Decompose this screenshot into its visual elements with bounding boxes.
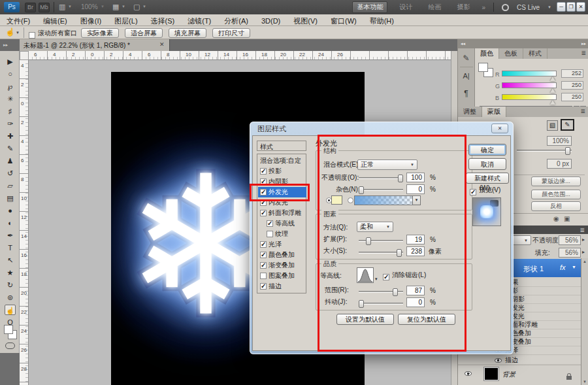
style-checkbox-等高线[interactable] [267,220,273,227]
slider-thumb[interactable] [359,186,364,194]
style-checkbox-内阴影[interactable] [260,178,267,185]
tab-样式[interactable]: 样式 [523,48,547,59]
collapse-icon[interactable]: ◂◂ [461,39,465,48]
options-button-打印尺寸[interactable]: 打印尺寸 [212,28,250,38]
style-checkbox-图案叠加[interactable] [260,273,267,279]
style-item-内阴影[interactable]: 内阴影 [258,176,306,187]
glow-gradient-swatch[interactable]: ▼ [354,195,421,205]
slider-thumb[interactable] [565,147,570,155]
slider-thumb[interactable] [359,300,364,308]
style-checkbox-颜色叠加[interactable] [260,252,267,258]
gradient-tool[interactable]: ▤ [5,193,16,203]
contour-arrow-icon[interactable]: ▾ [375,276,378,282]
expand-icon[interactable]: ▸▸ [581,39,586,48]
antialias-checkbox[interactable] [383,274,389,280]
move-tool[interactable]: ▶ [5,56,16,67]
invert-button[interactable]: 反相 [531,201,581,211]
slider-thumb[interactable] [550,74,555,81]
style-item-投影[interactable]: 投影 [258,166,306,176]
vector-mask-icon[interactable]: ✎ [561,119,574,131]
layer-thumbnail[interactable] [484,367,498,380]
style-checkbox-外发光[interactable] [260,189,267,195]
tab-颜色[interactable]: 颜色 [475,48,499,59]
delete-mask-icon[interactable]: ▣ [564,215,570,222]
style-item-blending-options[interactable]: 混合选项:自定 [258,156,306,166]
layer-name[interactable]: 形状 1 [523,264,544,274]
brush-tool[interactable]: ✎ [5,143,16,154]
eraser-tool[interactable]: ▱ [5,180,16,191]
screen-mode-icon[interactable]: ▢ [133,3,140,11]
view-extras-icon[interactable]: ▥ [59,3,65,11]
scroll-down-icon[interactable]: ▼ [583,380,587,384]
workspace-摄影[interactable]: 摄影 [453,2,474,12]
close-button[interactable]: ✕ [576,2,585,12]
blur-tool[interactable]: ● [5,205,16,216]
style-item-纹理[interactable]: 纹理 [258,229,306,239]
size-slider[interactable] [359,252,403,254]
zoom-level[interactable]: 100% [81,3,98,10]
menu-滤镜(T)[interactable]: 滤镜(T) [181,16,218,27]
style-item-颜色叠加[interactable]: 颜色叠加 [258,250,306,260]
path-selection-tool[interactable]: ↖ [5,255,16,265]
menu-图像(I)[interactable]: 图像(I) [74,16,108,27]
horizontal-ruler[interactable]: 64202468101214161820222426 [29,51,451,60]
workspace-基本功能[interactable]: 基本功能 [352,1,387,13]
foreground-color-swatch[interactable] [4,325,13,334]
blend-mode-select[interactable]: 正常 ▼ [357,159,417,170]
style-item-等高线[interactable]: 等高线 [258,218,306,229]
contour-thumbnail[interactable] [357,267,374,283]
minimize-button[interactable]: ─ [557,2,566,12]
opacity-slider[interactable] [359,177,403,179]
quick-mask-icon[interactable] [5,343,15,349]
menu-窗口(W)[interactable]: 窗口(W) [324,16,363,27]
style-checkbox-斜面和浮雕[interactable] [260,210,267,216]
document-tab[interactable]: 未标题-1 @ 22.2% (形状 1, RGB/8) * ✕ [20,39,170,51]
options-button-实际像素[interactable]: 实际像素 [81,28,119,38]
foreground-color-swatch[interactable] [478,63,488,72]
history-brush-tool[interactable]: ↺ [5,168,16,178]
jitter-value[interactable]: 0 [406,297,425,307]
menu-文件(F)[interactable]: 文件(F) [0,16,37,27]
style-checkbox-光泽[interactable] [260,241,267,248]
healing-brush-tool[interactable]: ✚ [5,131,16,141]
crop-tool[interactable]: ♯ [5,106,16,116]
spread-slider[interactable] [359,240,403,242]
mask-feather-value[interactable]: 0 px [547,159,572,169]
scroll-up-icon[interactable]: ▲ [583,259,587,263]
style-checkbox-内发光[interactable] [260,199,267,206]
hand-tool[interactable]: ☝ [5,305,16,315]
character-panel-icon[interactable]: A| [458,72,474,80]
cs-live-label[interactable]: CS Live [517,4,540,11]
menu-选择(S)[interactable]: 选择(S) [144,16,182,27]
channel-slider-G[interactable] [502,82,557,88]
brush-panel-icon[interactable]: ✎ [458,54,474,63]
chevron-down-icon[interactable]: ▼ [572,265,576,269]
type-tool[interactable]: T [5,243,16,253]
range-slider[interactable] [359,291,403,293]
pen-tool[interactable]: ✒ [5,230,16,241]
document-tab-close-icon[interactable]: ✕ [159,41,165,48]
channel-value-R[interactable]: 252 [561,69,583,78]
custom-shape-tool[interactable]: ★ [5,267,16,278]
style-item-外发光[interactable]: 外发光 [258,187,306,197]
noise-value[interactable]: 0 [406,184,425,194]
effect-row-描边[interactable]: 描边 [458,356,581,365]
dialog-close-button[interactable]: ✕ [491,124,508,133]
dodge-tool[interactable]: ◐ [5,218,16,228]
slider-thumb[interactable] [550,97,555,105]
layer-row-background[interactable]: 背景 [458,365,581,382]
style-item-图案叠加[interactable]: 图案叠加 [258,271,306,281]
spin-arrow-icon[interactable]: ▸ [582,249,585,255]
channel-value-B[interactable]: 250 [561,93,583,101]
color-range-button[interactable]: 颜色范围... [531,190,581,199]
3d-orbit-tool[interactable]: ⊚ [5,292,16,303]
slider-thumb[interactable] [397,249,402,257]
scroll-all-windows-checkbox[interactable] [29,32,35,39]
layer-name[interactable]: 背景 [502,370,515,379]
slider-thumb[interactable] [393,288,398,296]
range-value[interactable]: 87 [406,286,425,295]
style-item-描边[interactable]: 描边 [258,281,306,292]
channel-slider-R[interactable] [502,71,557,76]
glow-gradient-radio[interactable] [348,197,353,203]
channel-value-G[interactable]: 250 [561,81,583,90]
